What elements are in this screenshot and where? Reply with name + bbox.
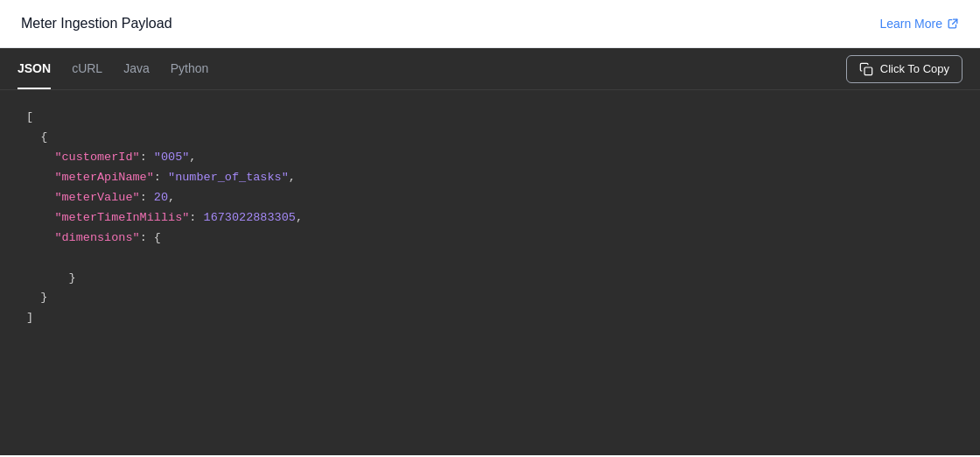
code-line-empty (26, 249, 954, 269)
learn-more-label: Learn More (879, 17, 942, 31)
code-line-dimensions-close: } (26, 269, 954, 289)
tabs-bar: JSON cURL Java Python Click To Copy (0, 48, 980, 90)
code-panel: JSON cURL Java Python Click To Copy [ { … (0, 48, 980, 455)
code-line-customer-id: "customerId": "005", (26, 148, 954, 168)
code-line-bracket-close: ] (26, 308, 954, 328)
tab-json[interactable]: JSON (18, 49, 51, 89)
tab-python[interactable]: Python (171, 49, 209, 89)
tab-curl[interactable]: cURL (72, 49, 102, 89)
svg-rect-0 (864, 67, 872, 75)
page-header: Meter Ingestion Payload Learn More (0, 0, 980, 48)
external-link-icon (947, 18, 959, 30)
copy-button[interactable]: Click To Copy (846, 55, 962, 83)
code-line-meter-api-name: "meterApiName": "number_of_tasks", (26, 168, 954, 188)
code-line-meter-time: "meterTimeInMillis": 1673022883305, (26, 208, 954, 228)
code-line-brace-open: { (26, 128, 954, 148)
learn-more-link[interactable]: Learn More (879, 17, 959, 31)
page-title: Meter Ingestion Payload (21, 16, 172, 32)
tabs-list: JSON cURL Java Python (18, 49, 208, 89)
code-line-bracket-open: [ (26, 108, 954, 128)
copy-icon (859, 62, 873, 76)
code-line-meter-value: "meterValue": 20, (26, 188, 954, 208)
code-line-dimensions: "dimensions": { (26, 228, 954, 249)
tab-java[interactable]: Java (123, 49, 150, 89)
code-line-brace-close: } (26, 288, 954, 308)
code-content: [ { "customerId": "005", "meterApiName":… (0, 90, 980, 455)
copy-button-label: Click To Copy (880, 62, 949, 75)
